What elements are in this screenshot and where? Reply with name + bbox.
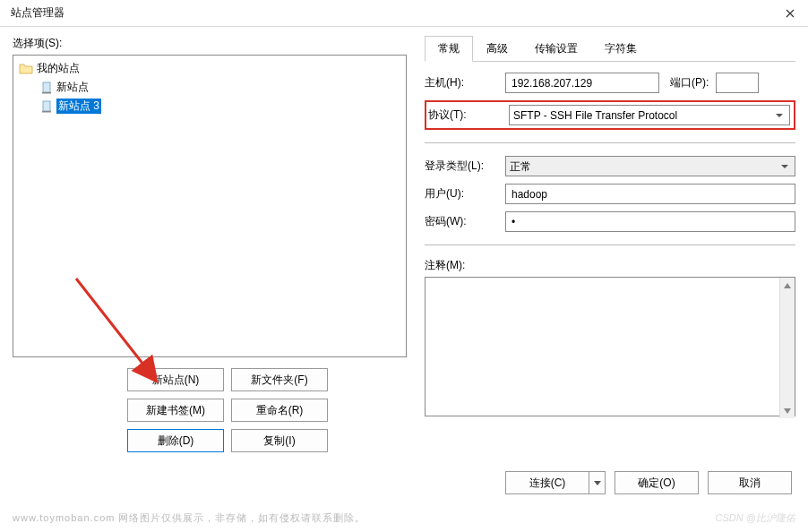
protocol-select[interactable]: SFTP - SSH File Transfer Protocol — [509, 105, 790, 125]
scroll-down-icon — [780, 403, 795, 418]
tab-row: 常规 高级 传输设置 字符集 — [425, 36, 795, 62]
protocol-row-highlight: 协议(T): SFTP - SSH File Transfer Protocol — [425, 100, 795, 130]
folder-icon — [19, 63, 33, 75]
svg-rect-0 — [43, 82, 50, 92]
tab-transfer[interactable]: 传输设置 — [521, 36, 591, 62]
divider — [425, 142, 795, 143]
divider — [425, 245, 795, 245]
tree-item-label: 新站点 3 — [56, 99, 101, 114]
ok-button[interactable]: 确定(O) — [615, 471, 699, 494]
chevron-down-icon — [594, 481, 601, 485]
password-input[interactable] — [505, 211, 795, 232]
port-input[interactable] — [716, 73, 759, 93]
titlebar: 站点管理器 — [0, 0, 808, 27]
server-icon — [40, 100, 53, 113]
delete-button[interactable]: 删除(D) — [127, 429, 224, 452]
tree-root-label: 我的站点 — [37, 61, 80, 76]
svg-rect-2 — [43, 101, 50, 111]
comment-label: 注释(M): — [425, 258, 795, 273]
scroll-up-icon — [780, 278, 795, 293]
watermark-right: CSDN @比沪隆佑 — [716, 511, 795, 525]
tree-root-item[interactable]: 我的站点 — [13, 59, 406, 78]
rename-button[interactable]: 重命名(R) — [231, 399, 328, 422]
tree-item-selected[interactable]: 新站点 3 — [13, 97, 406, 116]
scrollbar[interactable] — [779, 278, 795, 418]
tab-charset[interactable]: 字符集 — [591, 36, 650, 62]
new-folder-button[interactable]: 新文件夹(F) — [231, 368, 328, 391]
cancel-button[interactable]: 取消 — [708, 471, 792, 494]
close-icon — [786, 9, 795, 18]
tab-advanced[interactable]: 高级 — [473, 36, 521, 62]
login-type-label: 登录类型(L): — [425, 159, 498, 174]
server-icon — [40, 82, 53, 94]
host-label: 主机(H): — [425, 75, 498, 90]
select-entry-label: 选择项(S): — [13, 36, 407, 51]
tree-item-label: 新站点 — [56, 80, 89, 95]
copy-button[interactable]: 复制(I) — [231, 429, 328, 452]
user-label: 用户(U): — [425, 186, 498, 202]
watermark-left: www.toymoban.com 网络图片仅供展示，非存储，如有侵权请联系删除。 — [13, 511, 365, 525]
port-label: 端口(P): — [670, 75, 709, 90]
tab-general[interactable]: 常规 — [425, 36, 473, 62]
protocol-label: 协议(T): — [428, 107, 502, 123]
new-site-button[interactable]: 新站点(N) — [127, 368, 224, 391]
connect-button[interactable]: 连接(C) — [505, 471, 589, 494]
comment-textarea[interactable] — [425, 277, 795, 416]
close-button[interactable] — [772, 0, 808, 27]
new-bookmark-button[interactable]: 新建书签(M) — [127, 399, 224, 422]
connect-dropdown-button[interactable] — [589, 471, 606, 494]
svg-rect-3 — [42, 111, 51, 113]
site-tree[interactable]: 我的站点 新站点 新站点 3 — [13, 55, 407, 357]
password-label: 密码(W): — [425, 214, 498, 229]
host-input[interactable] — [505, 73, 659, 93]
tree-item[interactable]: 新站点 — [13, 78, 406, 97]
login-type-select[interactable]: 正常 — [505, 156, 795, 176]
user-input[interactable] — [505, 184, 795, 204]
window-title: 站点管理器 — [11, 5, 64, 21]
svg-rect-1 — [42, 92, 51, 94]
